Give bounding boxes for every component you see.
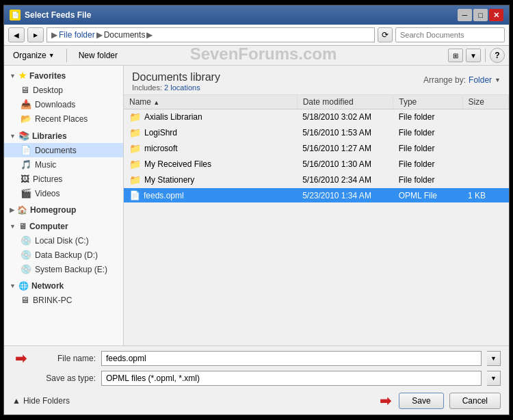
libraries-section: ▼ 📚 Libraries 📄 Documents 🎵 Music 🖼	[4, 129, 123, 200]
downloads-label: Downloads	[35, 100, 75, 109]
main-content: ▼ ★ Favorites 🖥 Desktop 📥 Downloads 📂	[4, 66, 509, 345]
new-folder-button[interactable]: New folder	[74, 49, 122, 62]
cell-type: OPML File	[393, 188, 462, 203]
cell-type: File folder	[393, 109, 462, 125]
nav-item-local-disk[interactable]: 💿 Local Disk (C:)	[4, 233, 123, 248]
path-documents[interactable]: Documents	[104, 30, 146, 40]
minimize-button[interactable]: ─	[458, 9, 472, 21]
favorites-section: ▼ ★ Favorites 🖥 Desktop 📥 Downloads 📂	[4, 68, 123, 126]
column-name[interactable]: Name ▲	[124, 95, 297, 109]
table-row[interactable]: 📁Axialis Librarian 5/18/2010 3:02 AM Fil…	[124, 109, 509, 125]
address-path[interactable]: ▶ File folder ▶ Documents ▶	[47, 27, 375, 42]
homegroup-header[interactable]: ▶ 🏠 Homegroup	[4, 203, 123, 217]
local-disk-icon: 💿	[21, 235, 31, 246]
forward-button[interactable]: ▶	[27, 27, 44, 42]
bottom-area: ➡ File name: ▼ Save as type: ▼ ▲ Hide Fo…	[4, 345, 509, 415]
nav-item-brink-pc[interactable]: 🖥 BRINK-PC	[4, 293, 123, 307]
refresh-button[interactable]: ⟳	[378, 27, 393, 42]
table-row[interactable]: 📄feeds.opml 5/23/2010 1:34 AM OPML File …	[124, 188, 509, 203]
table-row[interactable]: 📁My Stationery 5/16/2010 2:34 AM File fo…	[124, 172, 509, 188]
library-title: Documents library	[132, 71, 220, 83]
cell-date: 5/16/2010 2:34 AM	[297, 172, 393, 188]
computer-section: ▼ 🖥 Computer 💿 Local Disk (C:) 💿 Data Ba…	[4, 220, 123, 276]
folder-icon: 📁	[129, 159, 141, 170]
favorites-chevron: ▼	[10, 73, 16, 79]
arrange-by-value[interactable]: Folder	[469, 75, 492, 85]
toolbar: Organize ▼ New folder ⊞ ▼ ?	[4, 46, 509, 66]
cell-date: 5/16/2010 1:27 AM	[297, 141, 393, 157]
music-icon: 🎵	[21, 159, 31, 170]
organize-button[interactable]: Organize ▼	[8, 49, 60, 62]
favorites-label: Favorites	[29, 71, 66, 81]
cell-name: 📁microsoft	[124, 141, 297, 157]
homegroup-icon: 🏠	[17, 205, 27, 215]
nav-item-documents[interactable]: 📄 Documents	[4, 143, 123, 157]
cell-type: File folder	[393, 125, 462, 141]
close-button[interactable]: ✕	[489, 9, 503, 21]
network-header[interactable]: ▼ 🌐 Network	[4, 279, 123, 293]
cell-size: 1 KB	[462, 188, 509, 203]
pictures-label: Pictures	[33, 174, 62, 184]
folder-icon: 📁	[129, 143, 141, 154]
buttons-row: ▲ Hide Folders ➡ Save Cancel	[12, 390, 501, 410]
nav-item-data-backup[interactable]: 💿 Data Backup (D:)	[4, 248, 123, 262]
desktop-icon: 🖥	[21, 85, 29, 95]
column-type[interactable]: Type	[393, 95, 462, 109]
address-bar: ◀ ▶ ▶ File folder ▶ Documents ▶ ⟳	[4, 25, 509, 46]
maximize-button[interactable]: □	[473, 9, 488, 21]
folder-icon: 📁	[129, 127, 141, 138]
back-button[interactable]: ◀	[8, 27, 25, 42]
nav-item-downloads[interactable]: 📥 Downloads	[4, 97, 123, 111]
libraries-label: Libraries	[32, 131, 67, 141]
filename-dropdown-button[interactable]: ▼	[487, 351, 501, 366]
table-row[interactable]: 📁microsoft 5/16/2010 1:27 AM File folder	[124, 141, 509, 157]
cell-date: 5/23/2010 1:34 AM	[297, 188, 393, 203]
cell-size	[462, 125, 509, 141]
favorites-star-icon: ★	[18, 70, 27, 81]
arrange-dropdown-icon: ▼	[495, 77, 501, 83]
save-arrow: ➡	[377, 393, 393, 409]
nav-item-videos[interactable]: 🎬 Videos	[4, 186, 123, 200]
nav-item-system-backup[interactable]: 💿 System Backup (E:)	[4, 262, 123, 276]
folder-icon: 📁	[129, 111, 141, 122]
savetype-dropdown-button[interactable]: ▼	[487, 371, 501, 386]
network-chevron: ▼	[10, 283, 16, 289]
help-button[interactable]: ?	[490, 48, 505, 63]
data-backup-label: Data Backup (D:)	[35, 250, 98, 260]
nav-item-desktop[interactable]: 🖥 Desktop	[4, 83, 123, 97]
view-dropdown-button[interactable]: ▼	[466, 49, 481, 62]
savetype-label: Save as type:	[34, 373, 96, 383]
save-button[interactable]: Save	[399, 393, 443, 409]
column-size[interactable]: Size	[462, 95, 509, 109]
view-button[interactable]: ⊞	[448, 49, 463, 62]
title-bar: 📄 Select Feeds File ─ □ ✕	[4, 5, 509, 25]
pictures-icon: 🖼	[21, 174, 29, 184]
path-libraries[interactable]: File folder	[59, 30, 95, 40]
libraries-header[interactable]: ▼ 📚 Libraries	[4, 129, 123, 143]
favorites-header[interactable]: ▼ ★ Favorites	[4, 68, 123, 83]
file-header: Documents library Includes: 2 locations …	[124, 66, 509, 95]
recent-places-icon: 📂	[21, 114, 31, 124]
cell-size	[462, 141, 509, 157]
file-table: Name ▲ Date modified Type Size 📁Axialis …	[124, 95, 509, 345]
videos-label: Videos	[35, 189, 60, 198]
table-row[interactable]: 📁LogiShrd 5/16/2010 1:53 AM File folder	[124, 125, 509, 141]
locations-link[interactable]: 2 locations	[164, 83, 200, 92]
nav-item-pictures[interactable]: 🖼 Pictures	[4, 172, 123, 186]
cancel-button[interactable]: Cancel	[449, 393, 501, 409]
table-row[interactable]: 📁My Received Files 5/16/2010 1:30 AM Fil…	[124, 157, 509, 172]
downloads-icon: 📥	[21, 99, 31, 109]
file-icon: 📄	[129, 190, 140, 200]
organize-dropdown-icon: ▼	[49, 52, 55, 59]
cell-size	[462, 157, 509, 172]
computer-header[interactable]: ▼ 🖥 Computer	[4, 220, 123, 233]
hide-folders-icon: ▲	[12, 396, 21, 406]
column-date[interactable]: Date modified	[297, 95, 393, 109]
savetype-input[interactable]	[101, 371, 482, 386]
search-input[interactable]	[395, 27, 505, 42]
filename-input[interactable]	[101, 351, 482, 366]
videos-icon: 🎬	[21, 188, 31, 198]
nav-item-music[interactable]: 🎵 Music	[4, 157, 123, 172]
nav-item-recent-places[interactable]: 📂 Recent Places	[4, 111, 123, 126]
hide-folders-button[interactable]: ▲ Hide Folders	[12, 396, 70, 406]
